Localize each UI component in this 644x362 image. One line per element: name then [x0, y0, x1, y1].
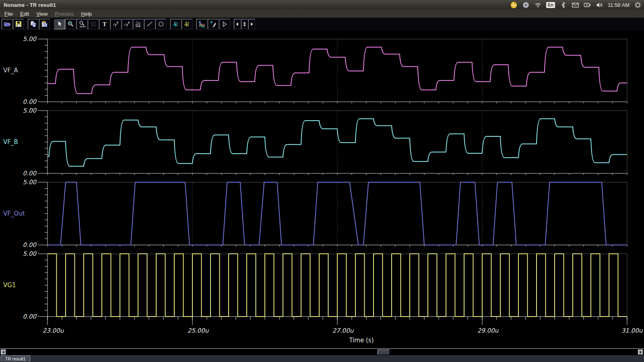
trace-vf-out [47, 182, 627, 245]
copy-button[interactable] [28, 19, 39, 29]
menu-file[interactable]: File [1, 10, 17, 17]
line-button[interactable] [144, 19, 155, 29]
menu-process: Process [51, 10, 77, 17]
copy-icon [30, 21, 37, 28]
signal-label-vg1[interactable]: VG1 [3, 282, 16, 289]
y-min-label-vf-b: 0.00 [23, 170, 37, 177]
text-button[interactable]: T [99, 19, 110, 29]
zoom-in-button[interactable] [65, 19, 76, 29]
cursor-b-icon: b [184, 21, 191, 28]
menu-help[interactable]: Help [77, 10, 95, 17]
clock-text[interactable]: 11:58 AM [608, 2, 630, 8]
toolbar: 100%TT?xab [0, 18, 644, 31]
paste-button[interactable] [39, 19, 50, 29]
wifi-icon[interactable] [534, 1, 542, 9]
menubar: File Edit View Process Help [0, 10, 644, 18]
window-title: Noname - TR result1 [0, 2, 56, 8]
x-tick-label: 31.00u [621, 327, 643, 334]
open-icon [4, 21, 11, 28]
rise-measure-icon: T [112, 21, 120, 28]
cursor-a-button[interactable]: a [170, 19, 181, 29]
y-max-label-vf-out: 5.00 [23, 179, 37, 186]
trace-vg1 [47, 254, 627, 317]
probe-icon [210, 21, 217, 28]
grid-button[interactable] [88, 19, 99, 29]
paste-icon [41, 21, 48, 28]
signal-label-vf-a[interactable]: VF_A [3, 67, 18, 74]
panel-border-vf-a [47, 39, 627, 102]
save-button[interactable] [13, 19, 24, 29]
scroll-left-button[interactable] [1, 350, 6, 355]
nav-right-icon [249, 21, 255, 28]
grid-icon [90, 21, 97, 28]
x-tick-label: 27.00u [332, 327, 354, 334]
svg-text:b: b [187, 21, 189, 25]
y-max-label-vg1: 5.00 [23, 250, 37, 257]
open-button[interactable] [2, 19, 12, 29]
rise-measure-button[interactable]: T [110, 19, 121, 29]
waveform-plot-area[interactable]: 5.000.00VF_A5.000.00VF_B5.000.00VF_Out5.… [0, 31, 644, 348]
zoom-100-icon: 100% [78, 21, 86, 28]
svg-text:100%: 100% [79, 25, 86, 28]
nav-left-icon [234, 21, 240, 28]
nav-updown-button[interactable] [241, 19, 248, 29]
trace-vf-b [47, 119, 627, 166]
right-triangle-icon [639, 350, 642, 354]
add-curves-icon [198, 21, 206, 28]
x-tick-label: 25.00u [188, 327, 209, 334]
run-button[interactable] [219, 19, 230, 29]
tab-tr-result1[interactable]: TR result1 [1, 356, 30, 362]
battery-icon[interactable] [584, 1, 591, 9]
y-max-label-vf-a: 5.00 [23, 35, 37, 43]
app-window: Noname - TR result1 En11:58 AM File Edit… [0, 0, 644, 362]
curve-label-button[interactable]: x [133, 19, 144, 29]
y-min-label-vg1: 0.00 [23, 313, 37, 320]
axis-vf-a [47, 39, 627, 102]
svg-text:T: T [103, 21, 107, 27]
ellipse-icon [157, 21, 165, 28]
svg-text:T: T [114, 25, 116, 28]
x-axis-title: Time (s) [349, 337, 374, 344]
power-menu-icon[interactable] [634, 1, 642, 9]
point-measure-icon: ? [124, 21, 131, 28]
svg-text:?: ? [126, 25, 128, 28]
app-icon[interactable] [510, 1, 518, 9]
cursor-a-icon: a [172, 21, 180, 28]
volume-icon[interactable] [596, 1, 603, 9]
system-tray: En11:58 AM [510, 0, 642, 10]
run-icon [221, 21, 228, 28]
tab-bar: TR result1 [0, 355, 644, 362]
signal-label-vf-out[interactable]: VF_Out [3, 210, 25, 218]
select-button[interactable] [54, 19, 65, 29]
nav-updown-icon [242, 21, 248, 28]
svg-text:a: a [176, 21, 178, 25]
zoom-in-icon [67, 21, 74, 28]
trace-vf-a [47, 47, 627, 93]
svg-text:x: x [139, 25, 140, 27]
scrollbar-thumb[interactable] [378, 350, 390, 355]
scroll-right-button[interactable] [638, 350, 643, 355]
y-max-label-vf-b: 5.00 [23, 107, 37, 114]
mail-icon[interactable] [572, 1, 579, 9]
x-tick-label: 23.00u [43, 327, 64, 334]
menu-edit[interactable]: Edit [17, 10, 33, 17]
nav-left-button[interactable] [234, 19, 241, 29]
zoom-100-button[interactable]: 100% [76, 19, 87, 29]
keyboard-layout-badge[interactable]: En [546, 2, 555, 8]
save-icon [15, 21, 22, 28]
menu-view[interactable]: View [33, 10, 51, 17]
titlebar[interactable]: Noname - TR result1 En11:58 AM [0, 0, 644, 10]
x-tick-label: 29.00u [477, 327, 499, 334]
y-min-label-vf-a: 0.00 [23, 98, 37, 105]
nav-right-button[interactable] [248, 19, 255, 29]
notifications-icon[interactable] [522, 1, 530, 9]
cursor-b-button[interactable]: b [182, 19, 192, 29]
point-measure-button[interactable]: ? [122, 19, 132, 29]
bluetooth-icon[interactable] [559, 1, 567, 9]
probe-button[interactable] [208, 19, 219, 29]
ellipse-button[interactable] [155, 19, 166, 29]
line-icon [146, 21, 153, 28]
horizontal-scrollbar [0, 348, 644, 355]
add-curves-button[interactable] [196, 19, 207, 29]
signal-label-vf-b[interactable]: VF_B [3, 138, 18, 146]
